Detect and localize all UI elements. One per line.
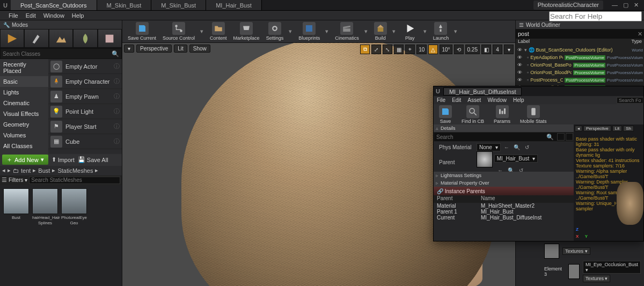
cat-basic[interactable]: Basic: [0, 76, 48, 87]
material-editor-window[interactable]: U MI_Hair_Bust_DiffuseInst File Edit Ass…: [433, 86, 644, 241]
chevron-down-icon[interactable]: ▾: [200, 28, 204, 35]
visibility-icon[interactable]: 👁: [517, 77, 523, 83]
content-search-input[interactable]: [29, 177, 120, 184]
mobile-stats-button[interactable]: Mobile Stats: [519, 105, 548, 124]
history-back-icon[interactable]: ◂: [2, 167, 5, 174]
instance-row[interactable]: CurrentMI_Hair_Bust_DiffuseInst: [434, 215, 574, 221]
viewport-menu-button[interactable]: ▾: [124, 45, 134, 53]
outliner-row[interactable]: 👁 ▫OrionPost_BasePostProcessVolumePostPr…: [516, 61, 644, 69]
snap-scale-icon[interactable]: ⟲: [454, 45, 464, 54]
minimize-icon[interactable]: —: [612, 2, 618, 9]
material-thumbnail[interactable]: [544, 244, 559, 259]
marketplace-button[interactable]: Marketplace: [232, 22, 261, 41]
asset-item[interactable]: hairHead_Hair Splines: [32, 188, 58, 226]
outliner-row[interactable]: 👁 ▫OrionPost_BloodPostProcessVolumePostP…: [516, 69, 644, 76]
menu-help[interactable]: Help: [72, 12, 84, 19]
outliner-row[interactable]: 👁▾ 🌐Bust_ScanScene_Outdoors (Editor)Worl…: [516, 46, 644, 54]
info-icon[interactable]: ⓘ: [114, 77, 120, 85]
menu-window[interactable]: Window: [43, 12, 64, 19]
import-button[interactable]: ⬆Import: [52, 156, 75, 163]
details-header[interactable]: ▵Details: [434, 124, 574, 132]
material-thumbnail[interactable]: [568, 264, 580, 279]
place-item[interactable]: ▦Cubeⓘ: [48, 134, 122, 149]
mode-landscape-icon[interactable]: [49, 29, 73, 48]
menu-file[interactable]: File: [9, 12, 18, 19]
outliner-search-input[interactable]: [516, 31, 635, 37]
save-current-button[interactable]: Save Current: [127, 22, 157, 41]
col-label[interactable]: Label: [516, 39, 629, 46]
history-fwd-icon[interactable]: ▸: [8, 167, 11, 174]
snap-grid-icon[interactable]: ⌖: [405, 45, 415, 54]
info-icon[interactable]: ⓘ: [114, 92, 120, 100]
textures-dropdown[interactable]: Textures ▾: [562, 247, 590, 255]
filters-button[interactable]: Filters: [9, 177, 23, 183]
modes-search-input[interactable]: [3, 51, 112, 57]
find-in-cb-button[interactable]: Find in CB: [460, 105, 485, 124]
cat-all-classes[interactable]: All Classes: [0, 141, 48, 151]
save-button[interactable]: Save: [438, 105, 453, 124]
transform-widget-icon[interactable]: ⧉: [360, 45, 370, 54]
chevron-down-icon[interactable]: ▾: [392, 28, 397, 35]
translate-icon[interactable]: ⤢: [371, 45, 381, 54]
chevron-down-icon[interactable]: ▾: [364, 28, 369, 35]
tab-mat-3[interactable]: MI_Hair_Bust: [206, 0, 262, 10]
lightmass-header[interactable]: ▹Lightmass Settings: [434, 172, 574, 179]
materialwin-tab[interactable]: MI_Hair_Bust_DiffuseInst: [443, 87, 522, 96]
close-icon[interactable]: ✕: [634, 2, 639, 9]
place-item[interactable]: ⚑Player Startⓘ: [48, 119, 122, 134]
search-icon[interactable]: 🔍: [544, 134, 556, 141]
cat-volumes[interactable]: Volumes: [0, 130, 48, 141]
filter-icon[interactable]: ☰: [2, 177, 7, 184]
crumb[interactable]: Bust: [38, 167, 50, 174]
instance-row[interactable]: MaterialM_HairSheet_Master2: [434, 203, 574, 209]
material-dropdown[interactable]: MI_Eye_Occlusion_Bust ▾: [583, 261, 641, 274]
chevron-down-icon[interactable]: ▾: [289, 28, 293, 35]
save-all-button[interactable]: 💾Save All: [78, 156, 108, 163]
blueprints-button[interactable]: Blueprints: [297, 22, 321, 41]
rotate-icon[interactable]: ⤡: [383, 45, 392, 54]
instance-row[interactable]: Parent 1MI_Hair_Bust: [434, 209, 574, 215]
parent-dropdown[interactable]: MI_Hair_Bust▾: [494, 155, 538, 163]
tab-mat-1[interactable]: M_Skin_Bust: [97, 0, 152, 10]
phys-material-dropdown[interactable]: None▾: [477, 143, 501, 151]
info-icon[interactable]: ⓘ: [114, 122, 120, 130]
play-button[interactable]: Play: [401, 22, 419, 41]
outliner-row[interactable]: 👁 ▫PostProcess_OuPostProcessVolumePostPr…: [516, 76, 644, 84]
place-item[interactable]: 🧍Empty Characterⓘ: [48, 74, 122, 89]
launch-button[interactable]: Launch: [432, 22, 450, 41]
cat-lights[interactable]: Lights: [0, 87, 48, 98]
materialwin-preview[interactable]: ◂ Perspective Lit Sh Base pass shader wi…: [574, 124, 643, 241]
folder-icon[interactable]: 🗀: [13, 167, 19, 174]
col-type[interactable]: Type: [629, 39, 644, 46]
snap-scale-value[interactable]: 0.25: [465, 45, 480, 54]
reset-icon[interactable]: ↺: [523, 144, 531, 150]
tab-mat-2[interactable]: M_Skin_Bust: [151, 0, 206, 10]
camera-speed-value[interactable]: 4: [493, 45, 502, 54]
textures-dropdown[interactable]: Textures ▾: [583, 275, 611, 282]
materialwin-search-input[interactable]: [617, 97, 643, 104]
parent-thumbnail[interactable]: [477, 151, 493, 167]
preview-menu-button[interactable]: ◂: [575, 126, 582, 131]
place-item[interactable]: ♟Empty Pawnⓘ: [48, 89, 122, 104]
source-control-button[interactable]: Source Control: [162, 22, 196, 41]
materialwin-titlebar[interactable]: U MI_Hair_Bust_DiffuseInst: [434, 86, 643, 96]
cat-visual-effects[interactable]: Visual Effects: [0, 108, 48, 119]
material-prop-header[interactable]: ▹Material Property Over: [434, 179, 574, 187]
details-search-input[interactable]: [434, 134, 544, 140]
arrow-left-icon[interactable]: ←: [502, 144, 511, 150]
menu-asset[interactable]: Asset: [467, 97, 481, 103]
eye-icon[interactable]: [566, 133, 573, 141]
params-button[interactable]: Params: [493, 105, 511, 124]
clear-search-icon[interactable]: ✕: [635, 31, 644, 38]
grid-view-icon[interactable]: [557, 133, 565, 141]
perspective-button[interactable]: Perspective: [136, 45, 172, 53]
preview-perspective-button[interactable]: Perspective: [583, 126, 611, 131]
chevron-down-icon[interactable]: ▾: [325, 28, 330, 35]
show-button[interactable]: Show: [189, 45, 210, 53]
maximize-icon[interactable]: ▢: [623, 2, 628, 9]
chevron-down-icon[interactable]: ▾: [423, 28, 428, 35]
menu-window[interactable]: Window: [487, 97, 507, 103]
chevron-down-icon[interactable]: ▾: [454, 28, 458, 35]
info-icon[interactable]: ⓘ: [114, 107, 120, 115]
outliner-row[interactable]: 👁 ▫EyeAdaption PoPostProcessVolumePostPr…: [516, 54, 644, 61]
